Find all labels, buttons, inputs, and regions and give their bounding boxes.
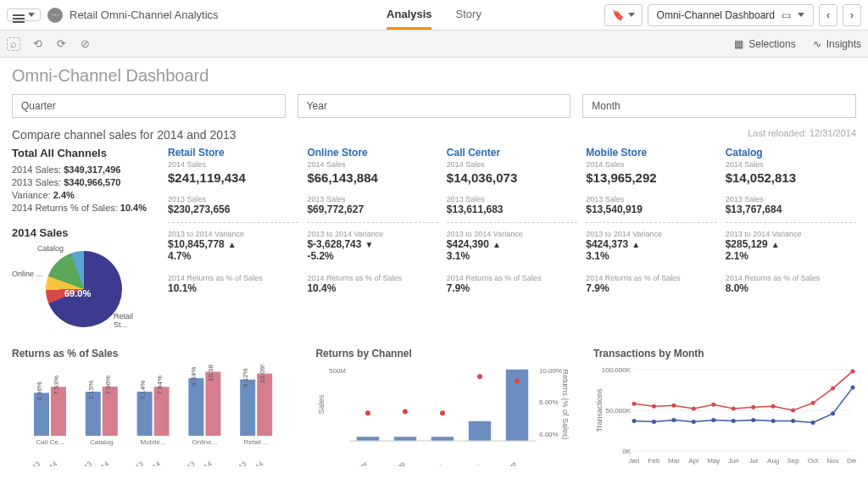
last-reloaded: Last reloaded: 12/31/2014 (748, 128, 856, 142)
svg-point-70 (751, 418, 755, 422)
sales-2013-value: $13,611,683 (447, 203, 577, 215)
svg-text:500M: 500M (329, 367, 346, 375)
svg-text:Catalog: Catalog (384, 460, 407, 466)
svg-text:50,000K: 50,000K (605, 407, 631, 415)
sales-2013-value: $69,772,627 (307, 203, 437, 215)
svg-text:Mobile Sto...: Mobile Sto... (410, 460, 444, 466)
svg-point-84 (791, 409, 795, 413)
chart-returns-pct[interactable]: Returns as % of Sales 6.96%7.93%Call Ce.… (12, 348, 298, 466)
svg-text:2013: 2013 (77, 460, 94, 466)
svg-text:6.96%: 6.96% (36, 382, 43, 401)
svg-text:Call Ce...: Call Ce... (36, 438, 64, 446)
channel-name[interactable]: Online Store (307, 147, 437, 159)
svg-text:2014: 2014 (248, 460, 265, 466)
sales-2013-value: $13,767,684 (726, 203, 856, 215)
chevron-left-icon: ‹ (826, 9, 830, 21)
toolbar: ⌕ ⟲ ⟳ ⊘ ▦ Selections ∿ Insights (0, 31, 868, 58)
svg-rect-41 (357, 437, 379, 441)
svg-text:2013: 2013 (180, 460, 197, 466)
channel-card: Mobile Store2014 Sales$13,965,2922013 Sa… (586, 147, 716, 337)
channel-card: Catalog2014 Sales$14,052,8132013 Sales$1… (726, 147, 856, 337)
insights-icon: ∿ (813, 38, 821, 50)
sales-2014-value: $66,143,884 (307, 170, 437, 185)
chart-returns-pct-svg: 6.96%7.93%Call Ce...201320147.15%7.96%Ca… (12, 365, 292, 466)
svg-text:2013: 2013 (25, 460, 42, 466)
svg-text:Returns (% of Sales): Returns (% of Sales) (561, 369, 570, 439)
bookmark-icon: 🔖 (612, 9, 625, 21)
selections-icon: ▦ (734, 38, 743, 50)
svg-text:100,000K: 100,000K (602, 366, 632, 374)
svg-text:Mar: Mar (668, 457, 680, 465)
bookmark-button[interactable]: 🔖 (604, 4, 643, 26)
svg-point-64 (632, 419, 637, 423)
svg-point-51 (477, 374, 482, 379)
svg-text:Transactions: Transactions (595, 388, 604, 432)
variance-label: 2013 to 2014 Variance (726, 230, 856, 238)
svg-text:May: May (707, 457, 720, 465)
tab-story[interactable]: Story (456, 1, 481, 30)
next-sheet-button[interactable]: › (843, 4, 861, 26)
insights-label: Insights (826, 38, 861, 50)
app-title: Retail Omni-Channel Analytics (70, 8, 219, 21)
insights-button[interactable]: ∿ Insights (813, 38, 861, 50)
svg-text:Jul: Jul (749, 457, 758, 465)
totals-row: Variance: 2.4% (12, 190, 156, 200)
sales-2013-value: $13,540,919 (586, 203, 716, 215)
sales-2014-value: $13,965,292 (586, 170, 716, 185)
menu-button[interactable] (7, 8, 41, 21)
pie-label-online: Online ... (12, 270, 42, 278)
channel-name[interactable]: Mobile Store (586, 147, 716, 159)
channel-name[interactable]: Retail Store (168, 147, 298, 159)
svg-point-71 (771, 419, 776, 423)
svg-point-42 (365, 410, 370, 415)
tab-analysis[interactable]: Analysis (387, 1, 431, 30)
svg-text:Jun: Jun (728, 457, 739, 465)
svg-text:2014: 2014 (197, 460, 214, 466)
svg-point-76 (632, 402, 637, 406)
svg-text:Nov: Nov (826, 457, 838, 465)
svg-rect-44 (394, 437, 416, 441)
variance-pct: -5.2% (307, 250, 437, 262)
sales-2014-value: $241,119,434 (168, 170, 298, 185)
step-back-icon[interactable]: ⟲ (31, 37, 44, 51)
filter-quarter[interactable]: Quarter (12, 94, 286, 118)
variance-label: 2013 to 2014 Variance (586, 230, 716, 238)
svg-text:Dec: Dec (847, 457, 856, 465)
chart-transactions-month[interactable]: Transactions by Month Transactions100,00… (593, 348, 856, 466)
variance-value: $285,129 (726, 238, 856, 250)
chart-returns-by-channel[interactable]: Returns by Channel SalesReturns (% of Sa… (315, 348, 576, 466)
svg-point-83 (771, 404, 776, 409)
svg-text:10.09%: 10.09% (259, 365, 266, 383)
chart-title: Transactions by Month (593, 348, 856, 359)
sales-2014-label: 2014 Sales (726, 160, 856, 169)
svg-text:10.00%: 10.00% (539, 367, 562, 375)
svg-text:Oct: Oct (808, 457, 819, 465)
prev-sheet-button[interactable]: ‹ (819, 4, 837, 26)
svg-point-54 (515, 378, 520, 383)
svg-point-48 (440, 410, 445, 415)
svg-text:7.15%: 7.15% (87, 381, 95, 400)
clear-icon[interactable]: ⊘ (78, 37, 92, 51)
step-forward-icon[interactable]: ⟳ (54, 37, 68, 51)
returns-value: 10.1% (168, 282, 298, 294)
sales-2014-label: 2014 Sales (307, 160, 437, 169)
sheet-selector[interactable]: Omni-Channel Dashboard ▭ (648, 4, 814, 26)
selection-tool-icon[interactable]: ⌕ (7, 37, 20, 51)
sheet-icon: ▭ (782, 9, 791, 21)
svg-point-69 (732, 419, 736, 423)
pie-chart[interactable]: 69.0% Catalog Online ... Retail St... (12, 244, 131, 337)
svg-text:2014: 2014 (42, 460, 59, 466)
svg-text:Mobile...: Mobile... (140, 438, 165, 446)
svg-text:Sep: Sep (787, 457, 800, 465)
channel-name[interactable]: Catalog (726, 147, 856, 159)
returns-label: 2014 Returns as % of Sales (447, 274, 577, 282)
svg-text:Online Sto...: Online Sto... (448, 460, 481, 466)
svg-rect-50 (469, 421, 491, 441)
filter-month[interactable]: Month (582, 94, 856, 118)
selections-button[interactable]: ▦ Selections (734, 38, 795, 50)
hamburger-icon (13, 14, 25, 16)
caret-down-icon (628, 13, 635, 17)
totals-row: 2013 Sales: $340,966,570 (12, 177, 156, 187)
filter-year[interactable]: Year (298, 94, 571, 118)
channel-name[interactable]: Call Center (447, 147, 577, 159)
